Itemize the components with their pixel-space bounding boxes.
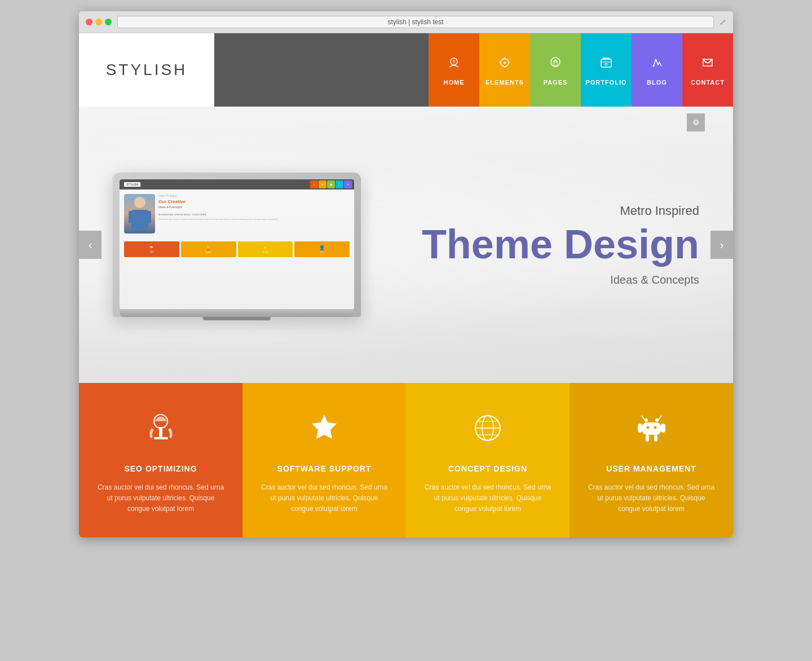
laptop-feat-label-1: SEO: [150, 251, 153, 253]
laptop-nav-pg: ▣: [327, 180, 335, 188]
nav-portfolio[interactable]: PORTFOLIO: [581, 33, 632, 107]
nav-area: HOME ELEMENTS: [429, 33, 733, 107]
nav-pages[interactable]: PAGES: [530, 33, 581, 107]
nav-blog[interactable]: BLOG: [632, 33, 682, 107]
laptop-nav: STYLISH ⌂ ✦ ▣ ▢ ✎: [120, 179, 354, 190]
site-header: STYLISH HOME: [79, 33, 733, 107]
laptop-feat-icon-2: 🏆: [206, 245, 211, 250]
feature-software: SOFTWARE SUPPORT Cras auctor vel dui sed…: [242, 383, 406, 537]
dot-maximize[interactable]: [105, 19, 112, 25]
feature-seo-title: SEO OPTIMIZING: [124, 464, 197, 473]
feature-user-desc: Cras auctor vel dui sed rhoncus. Sed urn…: [586, 482, 716, 515]
home-icon: [446, 55, 462, 74]
slider-next-icon: ›: [720, 239, 724, 252]
laptop-screen: STYLISH ⌂ ✦ ▣ ▢ ✎: [120, 179, 354, 309]
feature-software-title: SOFTWARE SUPPORT: [277, 464, 372, 473]
laptop-feat-icon-3: +: [264, 245, 267, 250]
pages-icon: [548, 55, 563, 74]
laptop-screen-inner: STYLISH ⌂ ✦ ▣ ▢ ✎: [120, 179, 354, 309]
svg-rect-15: [129, 211, 134, 223]
feature-concept-desc: Cras auctor vel dui sed rhoncus. Sed urn…: [423, 482, 553, 515]
feature-concept-icon-wrapper: [470, 406, 506, 451]
laptop-person-image: [124, 194, 155, 233]
svg-point-1: [453, 60, 455, 63]
laptop-nav-items: ⌂ ✦ ▣ ▢ ✎: [310, 180, 352, 188]
svg-rect-18: [159, 427, 162, 438]
browser-chrome: stylish | stylish test ⤢: [79, 11, 733, 33]
laptop-logo: STYLISH: [124, 182, 140, 187]
portfolio-icon: [598, 55, 614, 74]
logo-area: STYLISH: [79, 33, 214, 107]
svg-rect-27: [642, 422, 661, 435]
hero-text: Metro Inspired Theme Design Ideas & Conc…: [361, 204, 699, 287]
slider-next-button[interactable]: ›: [710, 231, 733, 259]
laptop-feat-label-3: Design: [263, 251, 268, 253]
laptop-feat-label-2: Support: [205, 251, 211, 253]
laptop-section-heading: ACHIEVING GREATNESS TOGETHER: [158, 213, 350, 216]
nav-blog-label: BLOG: [647, 79, 667, 86]
laptop-nav-home: ⌂: [310, 180, 318, 188]
dot-minimize[interactable]: [95, 19, 102, 25]
laptop-nav-bl: ✎: [344, 180, 352, 188]
slider-prev-icon: ‹: [89, 239, 92, 252]
nav-contact[interactable]: CONTACT: [682, 33, 733, 107]
dot-close[interactable]: [86, 19, 92, 25]
feature-user: USER MANAGEMENT Cras auctor vel dui sed …: [570, 383, 733, 537]
laptop-feat-2: 🏆 Support: [181, 241, 236, 257]
nav-portfolio-label: PORTFOLIO: [585, 79, 626, 86]
laptop-big-text: Our CreativeIdeas & Concepts: [158, 199, 350, 210]
laptop-feat-4: 👤 Users: [294, 241, 350, 257]
nav-pages-label: PAGES: [544, 79, 568, 86]
laptop-feat-3: + Design: [238, 241, 293, 257]
feature-concept: CONCEPT DESIGN Cras auctor vel dui sed r…: [406, 383, 570, 537]
laptop-hero-content: Hope To Enjoy Our CreativeIdeas & Concep…: [120, 190, 354, 238]
features-section: SEO OPTIMIZING Cras auctor vel dui sed r…: [79, 383, 733, 537]
laptop-mockup: STYLISH ⌂ ✦ ▣ ▢ ✎: [113, 173, 361, 317]
svg-rect-19: [154, 437, 168, 439]
nav-home-label: HOME: [444, 79, 465, 86]
hero-subtitle: Metro Inspired: [395, 204, 699, 218]
blog-icon: [649, 55, 665, 74]
laptop-headline: Hope To Enjoy: [158, 194, 350, 198]
contact-icon: [700, 55, 716, 74]
feature-software-desc: Cras auctor vel dui sed rhoncus. Sed urn…: [259, 482, 389, 515]
browser-dots: [86, 19, 112, 25]
laptop-feature-boxes: ☂ SEO 🏆 Support + Design: [120, 241, 354, 262]
laptop-outer: STYLISH ⌂ ✦ ▣ ▢ ✎: [113, 173, 361, 317]
laptop-feat-icon-1: ☂: [149, 245, 153, 250]
laptop-text-area: Hope To Enjoy Our CreativeIdeas & Concep…: [158, 194, 350, 221]
svg-rect-9: [554, 62, 557, 65]
svg-point-33: [654, 426, 656, 429]
nav-elements[interactable]: ELEMENTS: [479, 33, 530, 107]
svg-rect-16: [145, 211, 151, 223]
elements-icon: [497, 55, 513, 74]
hero-slider: ⚙ ‹ › STYLISH ⌂: [79, 107, 733, 383]
laptop-base: [120, 309, 354, 317]
svg-rect-29: [661, 424, 665, 433]
feature-seo-desc: Cras auctor vel dui sed rhoncus. Sed urn…: [96, 482, 226, 515]
browser-url-bar[interactable]: stylish | stylish test: [117, 16, 714, 28]
laptop-nav-el: ✦: [319, 180, 326, 188]
nav-contact-label: CONTACT: [691, 79, 725, 86]
svg-point-13: [134, 197, 145, 208]
feature-user-icon-wrapper: [633, 406, 670, 451]
expand-icon[interactable]: ⤢: [720, 17, 726, 27]
nav-home[interactable]: HOME: [429, 33, 479, 107]
laptop-body-text: Lorem ipsum dolor sit amet, consectetur …: [158, 218, 350, 221]
logo-text: STYLISH: [106, 61, 188, 79]
laptop-nav-pf: ▢: [336, 180, 343, 188]
feature-user-title: USER MANAGEMENT: [606, 464, 696, 473]
laptop-feat-icon-4: 👤: [319, 245, 325, 250]
svg-point-3: [504, 61, 506, 64]
slider-settings-button[interactable]: ⚙: [687, 113, 705, 131]
svg-point-32: [646, 426, 649, 429]
feature-seo-icon-wrapper: [143, 406, 179, 451]
svg-rect-28: [638, 424, 642, 433]
browser-window: stylish | stylish test ⤢ STYLISH HOME: [79, 11, 733, 537]
slider-prev-button[interactable]: ‹: [79, 231, 102, 259]
hero-title: Theme Design: [395, 224, 699, 265]
svg-rect-31: [654, 435, 657, 442]
svg-rect-30: [646, 435, 649, 442]
svg-point-11: [605, 63, 607, 65]
svg-point-12: [653, 65, 655, 67]
